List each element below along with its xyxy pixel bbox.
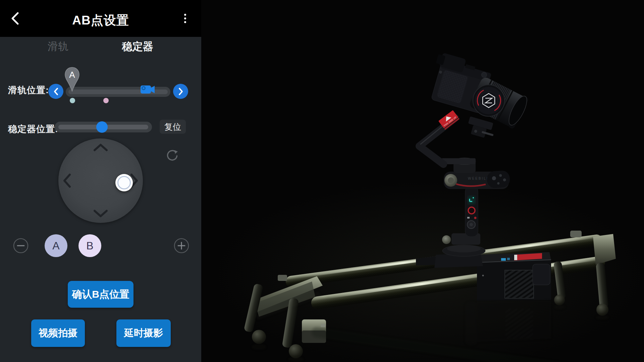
rail-step-right-button[interactable] xyxy=(173,84,188,99)
reset-button[interactable]: 复位 xyxy=(160,120,186,134)
video-shoot-button[interactable]: 视频拍摄 xyxy=(31,319,85,347)
title-bar: AB点设置 xyxy=(0,0,201,37)
speed-plus-button[interactable] xyxy=(173,238,190,254)
product-photo: WEEBILL S THIS SIDE UP xyxy=(201,0,644,362)
timelapse-button[interactable]: 延时摄影 xyxy=(116,319,171,347)
rotate-reset-icon[interactable] xyxy=(166,149,179,162)
point-a-dot xyxy=(70,98,75,103)
motor-led-indicator xyxy=(501,258,506,261)
joystick-down-icon xyxy=(93,209,108,218)
point-b-button[interactable]: B xyxy=(78,234,101,257)
joystick-up-icon xyxy=(93,143,108,152)
kebab-dot xyxy=(184,14,186,16)
camera-position-thumb[interactable] xyxy=(140,84,155,95)
point-a-button[interactable]: A xyxy=(45,234,67,257)
stabilizer-position-label: 稳定器位置: xyxy=(8,123,58,135)
joystick-left-icon xyxy=(63,173,71,188)
gimbal-motor-disc xyxy=(473,85,504,116)
point-b-dot xyxy=(103,98,109,103)
slider-motor-box xyxy=(476,252,551,301)
point-a-marker-pin[interactable]: A xyxy=(64,66,80,93)
motor-vent-grille xyxy=(505,270,534,298)
confirm-b-point-button[interactable]: 确认B点位置 xyxy=(68,281,133,308)
kebab-dot xyxy=(184,17,186,19)
rail-step-left-button[interactable] xyxy=(48,84,63,99)
overflow-menu-button[interactable] xyxy=(180,10,190,27)
tab-rail[interactable]: 滑轨 xyxy=(40,40,76,54)
speed-minus-button[interactable] xyxy=(13,238,29,254)
kebab-dot xyxy=(184,21,186,23)
gimbal-record-button xyxy=(468,207,475,214)
control-panel: AB点设置 滑轨 稳定器 滑轨位置: A xyxy=(0,0,201,362)
chevron-right-icon xyxy=(178,87,183,96)
point-a-marker-letter: A xyxy=(69,70,75,80)
page-title: AB点设置 xyxy=(0,12,201,29)
chevron-left-icon xyxy=(53,87,59,96)
app-screen: AB点设置 滑轨 稳定器 滑轨位置: A xyxy=(0,0,644,362)
joystick-ball[interactable] xyxy=(115,174,133,191)
stabilizer-slider-thumb[interactable] xyxy=(96,121,108,133)
rail-position-label: 滑轨位置: xyxy=(8,84,49,96)
gimbal-joystick[interactable] xyxy=(58,138,143,223)
tab-stabilizer[interactable]: 稳定器 xyxy=(117,40,158,54)
